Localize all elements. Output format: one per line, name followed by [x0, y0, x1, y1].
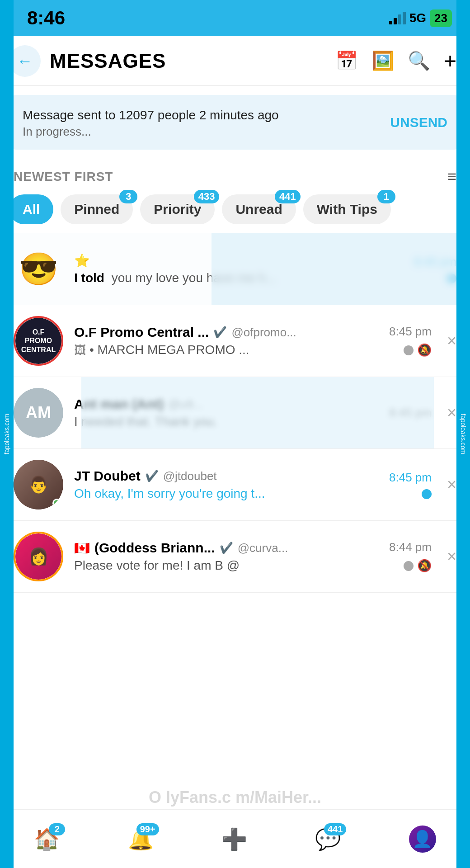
message-header-row: O.F Promo Central ... ✔️ @ofpromo... [74, 325, 378, 340]
status-bar: 8:46 5G 23 [0, 0, 470, 36]
verified-icon: ✔️ [145, 470, 159, 482]
search-icon[interactable]: 🔍 [408, 50, 430, 71]
header: ← MESSAGES 📅 🖼️ 🔍 + [0, 36, 470, 86]
sender-name: JT Doubet [74, 468, 141, 484]
blur-overlay [212, 233, 470, 305]
message-time: 8:45 pm [389, 325, 432, 339]
tab-with-tips[interactable]: With Tips 1 [303, 194, 391, 224]
bottom-watermark: O lyFans.c m/MaiHer... [0, 788, 470, 807]
left-watermark: fapoleaks.com [0, 0, 14, 868]
nav-notifications[interactable]: 🔔 99+ [128, 827, 154, 851]
sender-name: (Goddess Briann... [94, 540, 215, 556]
verified-icon: ✔️ [220, 542, 233, 554]
home-badge: 2 [49, 823, 65, 835]
notification-main-text: Message sent to 12097 people 2 minutes a… [23, 106, 279, 125]
close-button[interactable]: × [447, 331, 456, 350]
profile-avatar: 👤 [409, 826, 436, 853]
avatar: O.FPROMOCENTRAL [14, 316, 63, 366]
bottom-nav: 🏠 2 🔔 99+ ➕ 💬 441 👤 [0, 809, 470, 868]
star-icon: ⭐ [74, 253, 90, 268]
back-arrow-icon: ← [17, 52, 33, 71]
tab-unread[interactable]: Unread 441 [222, 194, 296, 224]
list-item[interactable]: 👩 🇨🇦 (Goddess Briann... ✔️ @curva... Ple… [0, 521, 470, 593]
message-time: 8:44 pm [389, 540, 432, 554]
message-list: 😎 ⭐ I told you my love you have me h... … [0, 233, 470, 593]
network-label: 5G [409, 11, 426, 25]
tab-tips-badge: 1 [377, 190, 395, 203]
add-content-icon: ➕ [221, 827, 247, 851]
tab-all[interactable]: All [9, 194, 53, 224]
add-icon[interactable]: + [444, 48, 456, 73]
tab-priority[interactable]: Priority 433 [140, 194, 215, 224]
header-icons: 📅 🖼️ 🔍 + [335, 48, 456, 73]
nav-profile[interactable]: 👤 [409, 826, 436, 853]
page-title: MESSAGES [50, 50, 326, 72]
notification-sub-text: In progress... [23, 125, 279, 139]
battery-badge: 23 [430, 9, 452, 27]
nav-messages[interactable]: 💬 441 [315, 827, 341, 851]
avatar: 😎 [14, 244, 63, 294]
list-item[interactable]: AM Ant man (Ant) @u9... I needed that. T… [0, 377, 470, 449]
mute-icon: 🔕 [417, 343, 432, 357]
nav-home[interactable]: 🏠 2 [34, 827, 60, 851]
read-indicator [404, 561, 414, 571]
message-preview: 🖼 • MARCH MEGA PROMO ... [74, 343, 378, 357]
message-meta: 8:45 pm 🔕 [389, 325, 432, 357]
section-header: NEWEST FIRST ≡ [0, 159, 470, 190]
sender-name: O.F Promo Central ... [74, 325, 209, 340]
verified-icon: ✔️ [213, 326, 227, 339]
status-time: 8:46 [27, 7, 65, 29]
avatar: 👨 [14, 460, 63, 509]
messages-badge: 441 [324, 823, 346, 835]
mute-icon: 🔕 [417, 559, 432, 573]
sort-icon[interactable]: ≡ [447, 168, 456, 185]
message-content: O.F Promo Central ... ✔️ @ofpromo... 🖼 •… [74, 325, 378, 357]
notifications-badge: 99+ [136, 823, 159, 835]
message-header-row: JT Doubet ✔️ @jtdoubet [74, 468, 378, 484]
unread-indicator [422, 489, 432, 499]
list-item[interactable]: 😎 ⭐ I told you my love you have me h... … [0, 233, 470, 305]
sender-handle: @ofpromo... [231, 326, 296, 340]
status-icons: 5G 23 [389, 9, 452, 27]
right-watermark: fapoleaks.com [456, 0, 470, 868]
image-thumb-icon: 🖼 [74, 343, 86, 357]
avatar: AM [14, 388, 63, 438]
message-meta: 8:44 pm 🔕 [389, 540, 432, 573]
list-item[interactable]: 👨 JT Doubet ✔️ @jtdoubet Oh okay, I'm so… [0, 449, 470, 521]
online-indicator [52, 499, 61, 508]
message-time: 8:45 pm [389, 471, 432, 485]
tab-pinned-badge: 3 [119, 190, 137, 203]
flag-icon: 🇨🇦 [74, 541, 90, 556]
tab-pinned[interactable]: Pinned 3 [61, 194, 133, 224]
message-content: JT Doubet ✔️ @jtdoubet Oh okay, I'm sorr… [74, 468, 378, 501]
message-content: 🇨🇦 (Goddess Briann... ✔️ @curva... Pleas… [74, 540, 378, 573]
list-item[interactable]: O.FPROMOCENTRAL O.F Promo Central ... ✔️… [0, 305, 470, 377]
close-button[interactable]: × [447, 475, 456, 494]
blur-overlay-sm [81, 377, 434, 448]
message-header-row: 🇨🇦 (Goddess Briann... ✔️ @curva... [74, 540, 378, 556]
avatar-initials: AM [14, 388, 63, 438]
message-preview: Please vote for me! I am B @ [74, 558, 378, 573]
filter-tabs: All Pinned 3 Priority 433 Unread 441 Wit… [0, 190, 470, 233]
sender-handle: @jtdoubet [163, 469, 217, 483]
unsend-button[interactable]: UNSEND [390, 115, 447, 130]
read-indicator [404, 345, 414, 355]
signal-icon [389, 12, 406, 24]
notification-text-block: Message sent to 12097 people 2 minutes a… [23, 106, 279, 139]
message-preview: Oh okay, I'm sorry you're going t... [74, 486, 378, 501]
calendar-icon[interactable]: 📅 [335, 50, 358, 71]
tab-unread-badge: 441 [275, 190, 301, 203]
close-button[interactable]: × [447, 403, 456, 422]
sender-handle: @curva... [238, 541, 288, 555]
notification-banner: Message sent to 12097 people 2 minutes a… [9, 95, 461, 150]
image-icon[interactable]: 🖼️ [371, 50, 394, 71]
nav-add[interactable]: ➕ [221, 827, 247, 851]
avatar-emoji-icon: 😎 [19, 250, 58, 288]
tab-priority-badge: 433 [194, 190, 220, 203]
message-meta: 8:45 pm [389, 471, 432, 499]
back-button[interactable]: ← [9, 45, 41, 77]
close-button[interactable]: × [447, 547, 456, 566]
sort-label: NEWEST FIRST [14, 170, 113, 184]
avatar: 👩 [14, 532, 63, 581]
